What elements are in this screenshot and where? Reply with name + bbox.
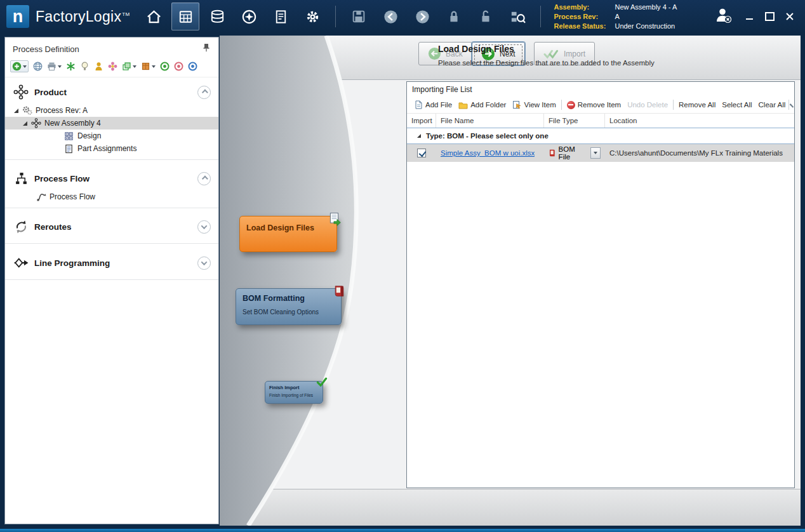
import-checkbox[interactable] [417,149,426,157]
tree-item-process-rev[interactable]: Process Rev: A [5,104,218,117]
collapse-toolbar-icon[interactable] [790,103,794,107]
process-editor-button[interactable] [171,3,199,30]
forward-nav-button[interactable] [408,3,436,30]
unlock-icon [477,8,494,25]
dropdown-caret-icon [152,65,156,68]
wizard-step-title: Load Design Files [240,216,336,232]
file-type-dropdown[interactable] [590,147,601,159]
export-button[interactable] [122,62,136,71]
file-row[interactable]: Simple Assy_BOM w uoi.xlsx BOM File C:\U… [407,144,794,162]
expander-expanded-icon[interactable] [23,121,27,126]
home-button[interactable] [140,3,168,30]
column-headers: Import File Name File Type Location [407,114,794,128]
minimize-button[interactable] [744,11,754,22]
settings-button[interactable] [298,3,326,30]
status-green-button[interactable] [160,62,170,71]
add-file-icon [414,100,423,109]
wizard-step-finish-import[interactable]: Finish Import Finish Importing of Files [265,381,323,404]
expander-expanded-icon[interactable] [14,109,18,113]
export-icon [122,62,131,71]
wizard-step-subtitle: Finish Importing of Files [265,390,323,397]
lamp-button[interactable] [80,62,90,71]
reports-button[interactable] [267,3,295,30]
user-icon [714,6,733,24]
select-all-button[interactable]: Select All [719,100,755,110]
trademark: TM [122,11,130,17]
section-line-programming[interactable]: Line Programming [5,248,218,275]
undo-delete-button[interactable]: Undo Delete [624,100,671,110]
column-import[interactable]: Import [407,114,436,128]
wizard-step-load-design-files[interactable]: Load Design Files [239,216,337,252]
print-button[interactable] [47,62,62,71]
collapse-down-arrow-icon[interactable] [197,220,211,234]
wizard-region: Load Design Files Please select the Desi… [220,36,801,526]
sync-button[interactable] [66,62,76,71]
package-button[interactable] [141,62,156,71]
remove-all-button[interactable]: Remove All [675,100,719,110]
add-new-button[interactable] [10,60,29,72]
app-name: FactoryLogixTM [36,8,130,25]
add-file-button[interactable]: Add File [411,99,455,110]
product-icon [13,84,29,100]
wizard-step-header: Load Design Files Please select the Desi… [438,44,655,67]
back-nav-button[interactable] [376,3,404,30]
add-file-label: Add File [425,101,452,109]
unlock-button[interactable] [472,3,500,30]
separator [5,243,218,244]
tree-item-design[interactable]: Design [5,130,218,142]
status-red-button[interactable] [174,62,183,71]
release-status-label: Release Status: [554,22,609,31]
flower-button[interactable] [108,62,117,71]
user-logout-button[interactable] [714,6,733,27]
tree-item-part-assignments[interactable]: Part Assignments [5,142,218,155]
collapse-down-arrow-icon[interactable] [197,256,211,270]
close-button[interactable] [785,11,795,22]
lock-button[interactable] [440,3,468,30]
wizard-step-bom-formatting[interactable]: BOM Formatting Set BOM Cleaning Options [236,288,342,325]
status-green-icon [160,62,170,71]
save-icon [350,8,367,25]
tree-item-process-flow[interactable]: Process Flow [5,190,218,203]
maximize-button[interactable] [764,11,775,22]
add-folder-button[interactable]: Add Folder [455,100,509,110]
column-file-name[interactable]: File Name [436,114,544,128]
lamp-icon [80,62,90,71]
status-blue-button[interactable] [188,62,197,71]
tree-item-label: New Assembly 4 [44,119,101,128]
remove-item-button[interactable]: Remove Item [564,100,624,110]
add-icon [12,62,22,71]
process-search-button[interactable] [503,3,531,30]
gear-icon [304,8,321,25]
main-toolbar [140,3,546,30]
file-list-title: Importing File List [407,82,794,96]
award-button[interactable] [94,62,103,71]
save-button[interactable] [345,3,373,30]
section-reroutes-label: Reroutes [34,222,197,232]
production-compass-icon [241,8,258,25]
clear-all-button[interactable]: Clear All [755,100,789,110]
view-item-icon [512,100,521,109]
tree-item-new-assembly[interactable]: New Assembly 4 [5,117,218,130]
production-button[interactable] [235,3,263,30]
titlebar: n FactoryLogixTM [0,0,805,33]
step-subtitle: Please select the Design files that are … [438,59,655,67]
collapse-up-arrow-icon[interactable] [197,86,211,99]
collapse-up-arrow-icon[interactable] [197,172,211,185]
group-row-bom[interactable]: Type: BOM - Please select only one [407,128,794,144]
section-reroutes[interactable]: Reroutes [5,213,218,239]
section-product[interactable]: Product [5,77,218,104]
view-item-button[interactable]: View Item [509,99,559,110]
section-process-flow[interactable]: Process Flow [5,164,218,190]
file-name-link[interactable]: Simple Assy_BOM w uoi.xlsx [441,149,535,157]
group-expander-icon[interactable] [417,134,421,138]
clear-all-label: Clear All [759,101,786,109]
file-location: C:\Users\ahunt\Documents\My FLx Training… [609,149,783,157]
column-file-type[interactable]: File Type [544,114,605,128]
pin-icon[interactable] [202,43,211,55]
materials-button[interactable] [203,3,231,30]
separator [5,159,218,160]
lock-icon [446,8,462,25]
column-location[interactable]: Location [605,114,794,128]
status-blue-icon [188,62,197,71]
web-link-button[interactable] [33,62,43,71]
